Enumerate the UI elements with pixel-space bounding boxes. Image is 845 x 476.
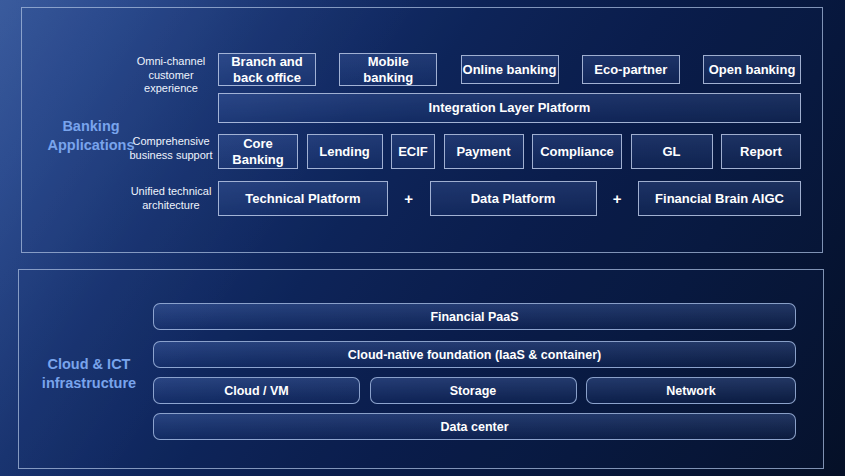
cloud-panel-title: Cloud & ICT infrastructure [33, 355, 145, 393]
box-payment: Payment [444, 134, 524, 169]
label-line: customer [116, 69, 226, 83]
box-label: Network [666, 384, 715, 398]
box-lending: Lending [307, 134, 383, 169]
box-label: Financial Brain AIGC [655, 191, 784, 206]
box-label: Report [740, 144, 782, 159]
label-line: architecture [116, 199, 226, 213]
plus-sign: + [399, 190, 419, 207]
infrastructure-resources-row: Cloud / VM Storage Network [153, 377, 796, 404]
box-data-platform: Data Platform [430, 181, 597, 216]
label-line: Unified technical [116, 185, 226, 199]
box-ecif: ECIF [391, 134, 435, 169]
cloud-title-line2: infrastructure [33, 374, 145, 393]
box-label: Data Platform [471, 191, 556, 206]
box-label: Integration Layer Platform [429, 100, 591, 115]
box-cloud-native-foundation: Cloud-native foundation (IaaS & containe… [153, 341, 796, 368]
box-label: Cloud / VM [224, 384, 289, 398]
label-omni-channel-customer-experience: Omni-channel customer experience [116, 55, 226, 96]
label-comprehensive-business-support: Comprehensive business support [116, 135, 226, 162]
label-unified-technical-architecture: Unified technical architecture [116, 185, 226, 212]
plus-sign: + [607, 190, 627, 207]
label-line: experience [116, 82, 226, 96]
box-label: Storage [450, 384, 497, 398]
box-financial-paas: Financial PaaS [153, 303, 796, 330]
box-label: Payment [456, 144, 510, 159]
box-label: Banking [232, 152, 283, 167]
box-eco-partner: Eco-partner [582, 55, 680, 84]
box-cloud-vm: Cloud / VM [153, 377, 360, 404]
box-data-center: Data center [153, 413, 796, 440]
business-systems-row: Core Banking Lending ECIF Payment Compli… [218, 134, 801, 169]
box-label: back office [233, 70, 301, 85]
box-label: Compliance [540, 144, 614, 159]
box-online-banking: Online banking [461, 55, 559, 84]
box-network: Network [586, 377, 796, 404]
channel-boxes-row: Branch and back office Mobile banking On… [218, 53, 801, 86]
box-label: Eco-partner [594, 62, 667, 77]
box-label: Core [243, 136, 273, 151]
box-label: Open banking [709, 62, 796, 77]
box-technical-platform: Technical Platform [218, 181, 388, 216]
cloud-ict-infrastructure-panel: Cloud & ICT infrastructure Financial Paa… [18, 269, 824, 469]
box-storage: Storage [370, 377, 577, 404]
box-label: banking [363, 70, 413, 85]
box-label: Lending [319, 144, 370, 159]
box-integration-layer-platform: Integration Layer Platform [218, 93, 801, 123]
box-label: Technical Platform [245, 191, 360, 206]
box-core-banking: Core Banking [218, 134, 298, 169]
box-label: Mobile [368, 54, 409, 69]
box-label: Online banking [463, 62, 557, 77]
box-label: ECIF [398, 144, 428, 159]
label-line: Omni-channel [116, 55, 226, 69]
box-compliance: Compliance [532, 134, 622, 169]
cloud-title-line1: Cloud & ICT [33, 355, 145, 374]
banking-title-line1: Banking [35, 117, 147, 136]
box-financial-brain-aigc: Financial Brain AIGC [638, 181, 801, 216]
label-line: Comprehensive [116, 135, 226, 149]
box-label: Financial PaaS [430, 310, 518, 324]
box-gl: GL [631, 134, 713, 169]
box-branch-and-back-office: Branch and back office [218, 53, 316, 86]
platforms-row: Technical Platform + Data Platform + Fin… [218, 181, 801, 216]
box-report: Report [721, 134, 801, 169]
box-mobile-banking: Mobile banking [339, 53, 437, 86]
banking-applications-panel: Banking Applications Omni-channel custom… [21, 7, 823, 253]
box-open-banking: Open banking [703, 55, 801, 84]
box-label: Cloud-native foundation (IaaS & containe… [348, 348, 601, 362]
box-label: GL [662, 144, 680, 159]
box-label: Branch and [231, 54, 303, 69]
architecture-diagram: Banking Applications Omni-channel custom… [0, 0, 845, 476]
box-label: Data center [440, 420, 508, 434]
label-line: business support [116, 149, 226, 163]
